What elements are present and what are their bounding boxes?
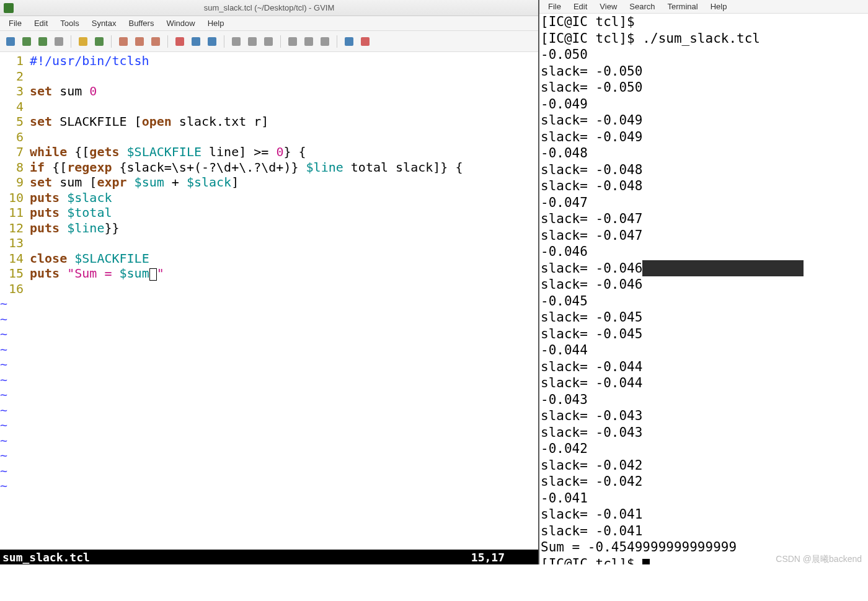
save-icon[interactable] <box>20 35 33 48</box>
svg-rect-3 <box>55 37 63 46</box>
gvim-statusbar: sum_slack.tcl 15,17 <box>0 550 538 564</box>
svg-rect-4 <box>79 37 87 46</box>
cut-icon[interactable] <box>117 35 130 48</box>
svg-rect-17 <box>321 37 329 46</box>
svg-rect-10 <box>192 37 200 46</box>
gvim-menu-tools[interactable]: Tools <box>54 16 85 30</box>
svg-rect-14 <box>264 37 273 46</box>
svg-rect-1 <box>22 37 31 46</box>
gvim-titlebar[interactable]: sum_slack.tcl (~/Desktop/tcl) - GVIM <box>0 0 538 16</box>
gvim-menu-file[interactable]: File <box>2 16 28 30</box>
gvim-editor[interactable]: 1#!/usr/bin/tclsh23set sum 045set SLACKF… <box>0 52 538 550</box>
svg-rect-18 <box>345 37 353 46</box>
find-help-icon[interactable] <box>358 35 372 48</box>
gvim-app-icon <box>4 3 14 13</box>
open-icon[interactable] <box>4 35 17 48</box>
svg-rect-11 <box>208 37 216 46</box>
watermark: CSDN @晨曦backend <box>776 554 862 565</box>
gvim-menubar: FileEditToolsSyntaxBuffersWindowHelp <box>0 16 538 31</box>
svg-rect-16 <box>304 37 313 46</box>
gvim-menu-edit[interactable]: Edit <box>28 16 54 30</box>
print-icon[interactable] <box>52 35 66 48</box>
terminal-window: FileEditViewSearchTerminalHelp [IC@IC tc… <box>539 0 868 564</box>
paste-icon[interactable] <box>149 35 162 48</box>
gvim-menu-syntax[interactable]: Syntax <box>86 16 123 30</box>
svg-rect-13 <box>248 37 257 46</box>
shell-icon[interactable] <box>302 35 316 48</box>
prev-icon[interactable] <box>205 35 219 48</box>
terminal-body[interactable]: [IC@IC tcl]$[IC@IC tcl]$ ./sum_slack.tcl… <box>539 14 868 564</box>
save-session-icon[interactable] <box>246 35 259 48</box>
gvim-toolbar <box>0 31 538 52</box>
gvim-menu-buffers[interactable]: Buffers <box>122 16 160 30</box>
svg-rect-6 <box>119 37 128 46</box>
redo-icon[interactable] <box>92 35 106 48</box>
svg-rect-7 <box>135 37 144 46</box>
svg-rect-9 <box>175 37 184 46</box>
svg-rect-8 <box>151 37 160 46</box>
term-menu-terminal[interactable]: Terminal <box>662 0 704 13</box>
term-menu-search[interactable]: Search <box>623 0 661 13</box>
tags-icon[interactable] <box>318 35 332 48</box>
status-cursor-position: 15,17 <box>471 551 505 564</box>
next-icon[interactable] <box>189 35 203 48</box>
undo-icon[interactable] <box>76 35 90 48</box>
term-menu-file[interactable]: File <box>542 0 567 13</box>
gvim-menu-help[interactable]: Help <box>202 16 231 30</box>
make-icon[interactable] <box>286 35 299 48</box>
term-menu-edit[interactable]: Edit <box>567 0 593 13</box>
svg-rect-12 <box>232 37 241 46</box>
copy-icon[interactable] <box>133 35 146 48</box>
svg-rect-5 <box>95 37 104 46</box>
find-icon[interactable] <box>173 35 187 48</box>
gvim-title: sum_slack.tcl (~/Desktop/tcl) - GVIM <box>204 3 335 12</box>
save-all-icon[interactable] <box>36 35 50 48</box>
gvim-window: sum_slack.tcl (~/Desktop/tcl) - GVIM Fil… <box>0 0 539 564</box>
term-menu-view[interactable]: View <box>593 0 623 13</box>
load-session-icon[interactable] <box>229 35 243 48</box>
svg-rect-2 <box>38 37 47 46</box>
svg-rect-0 <box>6 37 15 46</box>
gvim-menu-window[interactable]: Window <box>160 16 201 30</box>
terminal-menubar: FileEditViewSearchTerminalHelp <box>539 0 868 14</box>
help-icon[interactable] <box>342 35 356 48</box>
svg-rect-19 <box>361 37 370 46</box>
run-script-icon[interactable] <box>262 35 275 48</box>
svg-rect-15 <box>288 37 297 46</box>
status-filename: sum_slack.tcl <box>2 551 471 564</box>
term-menu-help[interactable]: Help <box>704 0 733 13</box>
